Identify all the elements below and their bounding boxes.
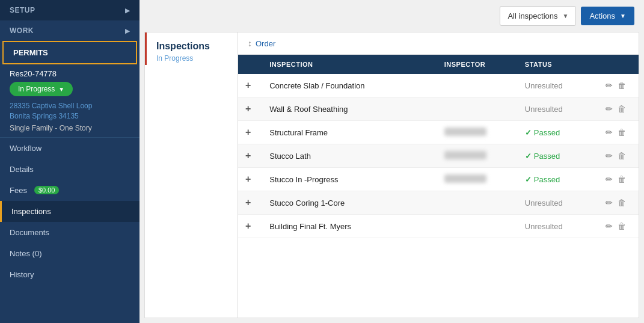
inspections-nav-label: Inspections [11, 207, 51, 216]
workflow-label: Workflow [10, 144, 41, 153]
table-row: +Concrete Slab / FoundationUnresulted ✏ … [238, 74, 639, 97]
delete-icon[interactable]: 🗑 [618, 198, 626, 208]
col-inspector: INSPECTOR [437, 55, 518, 74]
permit-id: Res20-74778 [10, 69, 130, 78]
status-badge: Passed [525, 152, 591, 161]
delete-icon[interactable]: 🗑 [618, 128, 626, 137]
row-actions: ✏ 🗑 [606, 151, 631, 161]
delete-icon[interactable]: 🗑 [618, 151, 626, 161]
col-expand [238, 55, 262, 74]
inspection-name: Stucco Lath [269, 152, 311, 161]
inspector-value [444, 151, 486, 159]
inspection-name: Building Final Ft. Myers [269, 222, 351, 231]
permits-label: PERMITS [13, 48, 48, 57]
delete-icon[interactable]: 🗑 [618, 221, 626, 231]
status-caret-icon: ▼ [58, 86, 64, 93]
edit-icon[interactable]: ✏ [606, 128, 613, 137]
table-header-row: INSPECTION INSPECTOR STATUS [238, 55, 639, 74]
delete-icon[interactable]: 🗑 [618, 81, 626, 90]
all-inspections-caret-icon: ▼ [563, 13, 569, 19]
setup-label: SETUP [10, 6, 35, 14]
sidebar-item-details[interactable]: Details [0, 159, 140, 180]
status-badge: Passed [525, 128, 591, 137]
fees-badge: $0.00 [34, 186, 60, 194]
permit-info: Res20-74778 In Progress ▼ 28335 Captiva … [0, 64, 140, 138]
table-row: +Stucco Coring 1-CoreUnresulted ✏ 🗑 [238, 191, 639, 215]
inspection-name: Stucco Coring 1-Core [269, 198, 345, 208]
sidebar-item-fees[interactable]: Fees $0.00 [0, 180, 140, 201]
sidebar-setup[interactable]: SETUP ▶ [0, 0, 140, 20]
order-link[interactable]: Order [256, 39, 275, 48]
expand-icon[interactable]: + [245, 80, 251, 90]
expand-icon[interactable]: + [245, 197, 251, 208]
left-panel: Inspections In Progress [144, 32, 238, 318]
edit-icon[interactable]: ✏ [606, 198, 613, 208]
sidebar-item-documents[interactable]: Documents [0, 222, 140, 243]
content-area: Inspections In Progress ↕ Order INSPECTI… [144, 32, 639, 318]
row-actions: ✏ 🗑 [606, 104, 631, 114]
permit-address: 28335 Captiva Shell Loop Bonita Springs … [10, 101, 130, 122]
history-label: History [10, 270, 34, 279]
expand-icon[interactable]: + [245, 103, 251, 114]
row-actions: ✏ 🗑 [606, 81, 631, 90]
edit-icon[interactable]: ✏ [606, 104, 613, 114]
delete-icon[interactable]: 🗑 [618, 104, 626, 114]
edit-icon[interactable]: ✏ [606, 221, 613, 231]
actions-label: Actions [589, 11, 615, 20]
main-content: All inspections ▼ Actions ▼ Inspections … [140, 0, 644, 323]
edit-icon[interactable]: ✏ [606, 174, 613, 184]
inspections-table-container[interactable]: INSPECTION INSPECTOR STATUS +Concrete Sl… [238, 55, 639, 318]
table-row: +Structural FramePassed ✏ 🗑 [238, 121, 639, 144]
left-panel-status: In Progress [156, 54, 228, 63]
expand-icon[interactable]: + [245, 127, 251, 137]
all-inspections-button[interactable]: All inspections ▼ [500, 6, 576, 26]
left-panel-header: Inspections In Progress [145, 32, 238, 65]
inspection-name: Wall & Roof Sheathing [269, 105, 348, 114]
documents-label: Documents [10, 228, 49, 237]
expand-icon[interactable]: + [245, 150, 251, 161]
all-inspections-label: All inspections [508, 11, 557, 20]
sidebar-nav: Workflow Details Fees $0.00 Inspections … [0, 138, 140, 285]
order-sort-icon: ↕ [248, 38, 252, 48]
status-badge: Passed [525, 175, 591, 184]
row-actions: ✏ 🗑 [606, 128, 631, 137]
edit-icon[interactable]: ✏ [606, 81, 613, 90]
delete-icon[interactable]: 🗑 [618, 174, 626, 184]
edit-icon[interactable]: ✏ [606, 151, 613, 161]
status-badge: Unresulted [525, 198, 563, 208]
status-button[interactable]: In Progress ▼ [10, 82, 73, 96]
col-status: STATUS [518, 55, 598, 74]
status-badge: Unresulted [525, 105, 563, 114]
sidebar-item-history[interactable]: History [0, 264, 140, 285]
inspections-table: INSPECTION INSPECTOR STATUS +Concrete Sl… [238, 55, 639, 238]
table-row: +Wall & Roof SheathingUnresulted ✏ 🗑 [238, 97, 639, 121]
sidebar: SETUP ▶ WORK ▶ PERMITS Res20-74778 In Pr… [0, 0, 140, 323]
work-label: WORK [10, 26, 34, 35]
sidebar-work[interactable]: WORK ▶ [0, 20, 140, 41]
notes-label: Notes (0) [10, 249, 41, 258]
sidebar-item-notes[interactable]: Notes (0) [0, 243, 140, 264]
right-panel: ↕ Order INSPECTION INSPECTOR STATUS [238, 32, 639, 318]
expand-icon[interactable]: + [245, 174, 251, 184]
actions-button[interactable]: Actions ▼ [581, 7, 634, 25]
order-bar: ↕ Order [238, 32, 639, 55]
expand-icon[interactable]: + [245, 221, 251, 231]
status-label: In Progress [18, 85, 55, 93]
status-badge: Unresulted [525, 222, 563, 231]
row-actions: ✏ 🗑 [606, 221, 631, 231]
actions-caret-icon: ▼ [620, 13, 626, 19]
table-row: +Stucco LathPassed ✏ 🗑 [238, 144, 639, 168]
inspection-name: Stucco In -Progress [269, 175, 338, 184]
sidebar-permits[interactable]: PERMITS [2, 41, 137, 64]
permit-type: Single Family - One Story [10, 124, 130, 132]
topbar: All inspections ▼ Actions ▼ [140, 0, 644, 32]
inspection-name: Structural Frame [269, 128, 328, 137]
work-arrow-icon: ▶ [125, 28, 130, 34]
col-actions [598, 55, 639, 74]
table-row: +Building Final Ft. MyersUnresulted ✏ 🗑 [238, 215, 639, 238]
sidebar-item-inspections[interactable]: Inspections [0, 201, 140, 222]
inspector-value [444, 174, 486, 183]
sidebar-item-workflow[interactable]: Workflow [0, 138, 140, 159]
left-panel-title: Inspections [156, 41, 228, 52]
col-inspection: INSPECTION [262, 55, 437, 74]
